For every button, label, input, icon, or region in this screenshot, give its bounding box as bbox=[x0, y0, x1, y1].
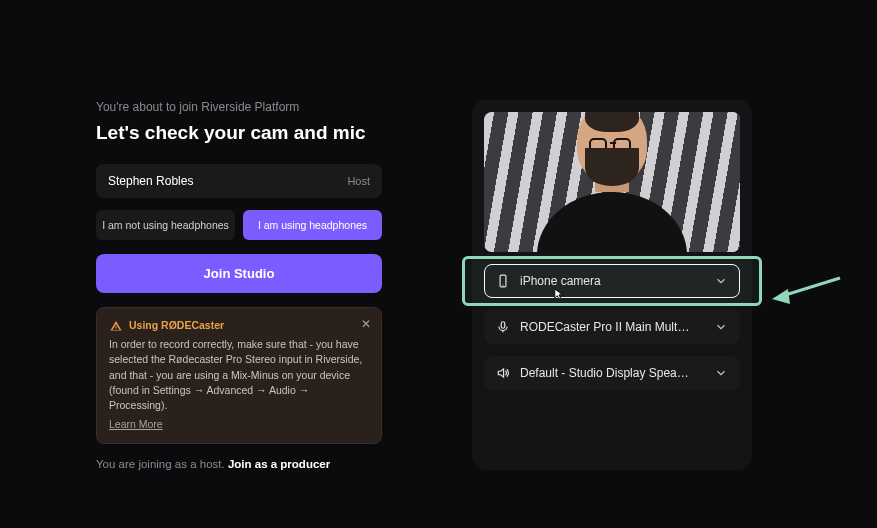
name-role-row[interactable]: Stephen Robles Host bbox=[96, 164, 382, 198]
rodecaster-alert: ✕ Using RØDECaster In order to record co… bbox=[96, 307, 382, 444]
alert-title: Using RØDECaster bbox=[129, 318, 224, 333]
speaker-select[interactable]: Default - Studio Display Speakers … bbox=[484, 356, 740, 390]
join-studio-button[interactable]: Join Studio bbox=[96, 254, 382, 293]
alert-body: In order to record correctly, make sure … bbox=[109, 337, 369, 413]
preview-panel: iPhone camera RODECaster Pro II Main Mul… bbox=[472, 100, 752, 470]
learn-more-link[interactable]: Learn More bbox=[109, 417, 163, 432]
svg-point-1 bbox=[502, 285, 503, 286]
chevron-down-icon bbox=[714, 366, 728, 380]
svg-rect-2 bbox=[501, 322, 505, 328]
camera-label: iPhone camera bbox=[520, 274, 601, 288]
camera-preview bbox=[484, 112, 740, 252]
user-name: Stephen Robles bbox=[108, 174, 193, 188]
microphone-icon bbox=[496, 320, 510, 334]
speaker-icon bbox=[496, 366, 510, 380]
cursor-icon bbox=[554, 288, 564, 300]
chevron-down-icon bbox=[714, 320, 728, 334]
close-icon[interactable]: ✕ bbox=[361, 316, 371, 333]
using-headphones-button[interactable]: I am using headphones bbox=[243, 210, 382, 240]
microphone-label: RODECaster Pro II Main Multitrack… bbox=[520, 320, 690, 334]
join-as-producer-link[interactable]: Join as a producer bbox=[228, 458, 330, 470]
user-role: Host bbox=[347, 175, 370, 187]
not-using-headphones-button[interactable]: I am not using headphones bbox=[96, 210, 235, 240]
phone-icon bbox=[496, 274, 510, 288]
warning-icon bbox=[109, 319, 123, 333]
chevron-down-icon bbox=[714, 274, 728, 288]
camera-select[interactable]: iPhone camera bbox=[484, 264, 740, 298]
speaker-label: Default - Studio Display Speakers … bbox=[520, 366, 690, 380]
page-title: Let's check your cam and mic bbox=[96, 122, 382, 144]
footer-text: You are joining as a host. bbox=[96, 458, 228, 470]
microphone-select[interactable]: RODECaster Pro II Main Multitrack… bbox=[484, 310, 740, 344]
join-subtitle: You're about to join Riverside Platform bbox=[96, 100, 382, 114]
